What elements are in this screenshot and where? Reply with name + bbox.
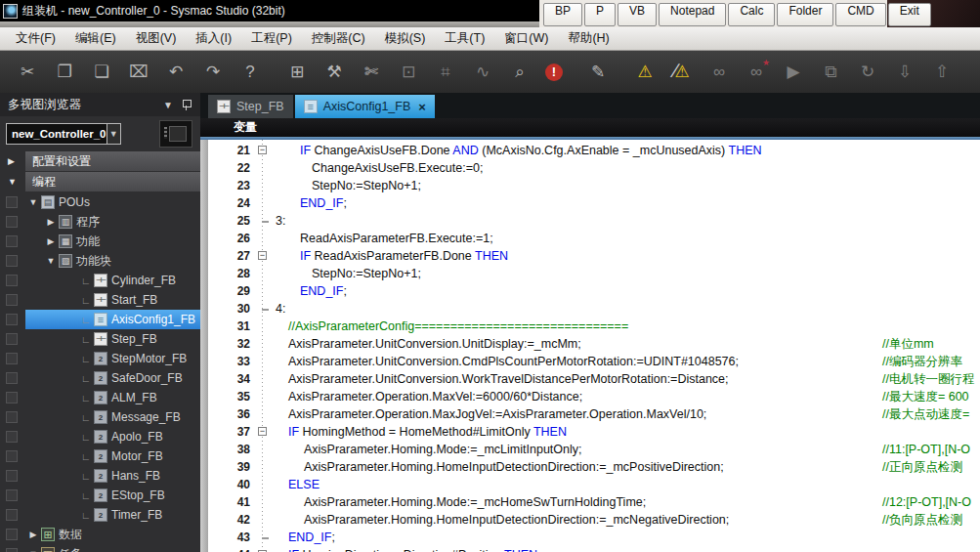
menu-c[interactable]: 控制器(C) [302, 30, 375, 47]
chevron-down-icon[interactable]: ▼ [45, 256, 57, 266]
tab-AxisConfig1_FB[interactable]: ≡AxisConfig1_FB× [295, 95, 435, 118]
tree-item-功能块[interactable]: ▼▧功能块 [0, 251, 200, 271]
tree-item-AxisConfig1_FB[interactable]: ∟≡AxisConfig1_FB [0, 310, 200, 329]
launcher-button-notepad[interactable]: Notepad [659, 3, 726, 26]
fold-collapse-icon[interactable]: − [258, 146, 267, 154]
tree-item-ALM_FB[interactable]: ∟2ALM_FB [0, 388, 200, 407]
sidebar-section-配置和设置[interactable]: ▶配置和设置 [0, 151, 200, 171]
tree-item-SafeDoor_FB[interactable]: ∟2SafeDoor_FB [0, 368, 200, 388]
tree-item-checkbox[interactable] [6, 431, 18, 443]
menu-h[interactable]: 帮助(H) [558, 30, 618, 47]
tree-item-数据[interactable]: ▶⊞数据 [0, 525, 200, 544]
run-mode-icon[interactable]: ▶ [782, 61, 805, 84]
chevron-down-icon[interactable]: ▼ [107, 124, 121, 144]
tree-item-EStop_FB[interactable]: ∟2EStop_FB [0, 486, 200, 505]
chevron-right-icon[interactable]: ▶ [45, 236, 57, 246]
tree-item-Hans_FB[interactable]: ∟2Hans_FB [0, 466, 200, 486]
tree-item-Step_FB[interactable]: ∟⊣⊢Step_FB [0, 329, 200, 349]
tree-item-checkbox[interactable] [6, 216, 18, 228]
error-list-icon[interactable]: ! [545, 64, 563, 81]
tree-item-Start_FB[interactable]: ∟⊣⊢Start_FB [0, 290, 200, 310]
pin-icon[interactable] [183, 100, 191, 110]
fold-collapse-icon[interactable]: − [258, 427, 267, 436]
menu-v[interactable]: 视图(V) [126, 30, 187, 47]
chevron-right-icon[interactable]: ▶ [8, 156, 15, 166]
undo-icon[interactable]: ↶ [164, 61, 188, 84]
tree-item-checkbox[interactable] [6, 196, 18, 208]
launcher-button-bp[interactable]: BP [543, 3, 582, 26]
tree-item-checkbox[interactable] [6, 529, 18, 540]
tree-item-checkbox[interactable] [6, 392, 18, 403]
menu-p[interactable]: 工程(P) [241, 30, 302, 47]
stop-monitor-icon[interactable]: ∞ [745, 61, 768, 84]
tree-item-POUs[interactable]: ▼▤POUs [0, 192, 200, 212]
tree-item-Apolo_FB[interactable]: ∟2Apolo_FB [0, 427, 200, 446]
chevron-down-icon[interactable]: ▼ [163, 100, 173, 110]
multiview-explorer-header[interactable]: 多视图浏览器 ▼ [0, 93, 200, 116]
synchronize-icon[interactable]: ↻ [856, 61, 879, 84]
tree-item-任务[interactable]: ▼▦任务 [0, 544, 200, 552]
chevron-right-icon[interactable]: ▶ [27, 530, 39, 539]
close-icon[interactable]: × [418, 100, 426, 114]
launcher-button-p[interactable]: P [584, 3, 616, 26]
tree-item-Timer_FB[interactable]: ∟2Timer_FB [0, 505, 200, 525]
monitor-icon[interactable]: ∞ [707, 61, 731, 84]
menu-t[interactable]: 工具(T) [435, 30, 494, 47]
menu-f[interactable]: 文件(F) [6, 30, 65, 47]
cut-icon[interactable]: ✂ [16, 61, 39, 84]
st-editor[interactable]: 2122232425262728293031323334353637383940… [200, 140, 980, 552]
launcher-button-calc[interactable]: Calc [728, 3, 775, 26]
launcher-button-vb[interactable]: VB [618, 3, 657, 26]
tab-Step_FB[interactable]: ⊣⊢Step_FB [208, 95, 293, 118]
tree-item-Motor_FB[interactable]: ∟2Motor_FB [0, 446, 200, 466]
watch-window-icon[interactable]: ⌗ [434, 61, 457, 84]
tree-item-checkbox[interactable] [6, 314, 18, 325]
launcher-button-cmd[interactable]: CMD [835, 3, 885, 26]
tree-item-StepMotor_FB[interactable]: ∟2StepMotor_FB [0, 349, 200, 368]
tree-item-功能[interactable]: ▶▦功能 [0, 232, 200, 251]
tree-item-checkbox[interactable] [6, 255, 18, 267]
build-window-icon[interactable]: ⊞ [285, 61, 309, 84]
tree-item-checkbox[interactable] [6, 275, 18, 286]
editor-left-scrollbar[interactable] [200, 140, 208, 552]
variables-bar[interactable]: 变量 [200, 118, 980, 137]
tree-item-checkbox[interactable] [6, 333, 18, 345]
launcher-button-folder[interactable]: Folder [777, 3, 833, 26]
redo-icon[interactable]: ↷ [201, 61, 225, 84]
menu-w[interactable]: 窗口(W) [494, 30, 558, 47]
tree-item-checkbox[interactable] [6, 509, 18, 521]
tree-item-程序[interactable]: ▶▥程序 [0, 212, 200, 232]
menu-e[interactable]: 编辑(E) [65, 30, 126, 47]
copy-icon[interactable]: ❐ [53, 61, 76, 84]
code-area[interactable]: IF ChangeAxisUseFB.Done AND (McAxisNo.Cf… [271, 140, 980, 552]
data-trace-icon[interactable]: ∿ [471, 61, 494, 84]
tree-item-checkbox[interactable] [6, 294, 18, 306]
io-map-icon[interactable]: ⊡ [397, 61, 420, 84]
tree-item-Message_FB[interactable]: ∟2Message_FB [0, 407, 200, 427]
launcher-button-exit[interactable]: Exit [888, 3, 931, 26]
tree-item-checkbox[interactable] [6, 470, 18, 482]
controller-select[interactable]: new_Controller_0 ▼ [6, 123, 121, 145]
menu-i[interactable]: 插入(I) [186, 30, 241, 47]
tree-item-checkbox[interactable] [6, 235, 18, 247]
chevron-right-icon[interactable]: ▶ [45, 217, 57, 227]
fold-collapse-icon[interactable]: − [258, 251, 267, 260]
tree-item-checkbox[interactable] [6, 489, 18, 501]
search-icon[interactable]: ⌕ [508, 61, 532, 84]
paste-icon[interactable]: ❏ [90, 61, 113, 84]
abort-build-icon[interactable]: ✄ [360, 61, 383, 84]
build-icon[interactable]: ⚒ [322, 61, 346, 84]
chevron-down-icon[interactable]: ▼ [27, 197, 39, 207]
tree-item-Cylinder_FB[interactable]: ∟⊣⊢Cylinder_FB [0, 271, 200, 290]
edit-mode-icon[interactable]: ✎ [586, 61, 610, 84]
upload-icon[interactable]: ⇧ [930, 61, 954, 84]
tree-item-checkbox[interactable] [6, 548, 18, 552]
tree-item-checkbox[interactable] [6, 353, 18, 364]
go-online-icon[interactable]: ⚠ [633, 61, 657, 84]
menu-s[interactable]: 模拟(S) [375, 30, 436, 47]
help-icon[interactable]: ? [238, 61, 262, 84]
program-mode-icon[interactable]: ⧉ [819, 61, 842, 84]
download-icon[interactable]: ⇩ [893, 61, 916, 84]
go-offline-icon[interactable]: ⚠ [670, 61, 694, 84]
tree-item-checkbox[interactable] [6, 411, 18, 423]
